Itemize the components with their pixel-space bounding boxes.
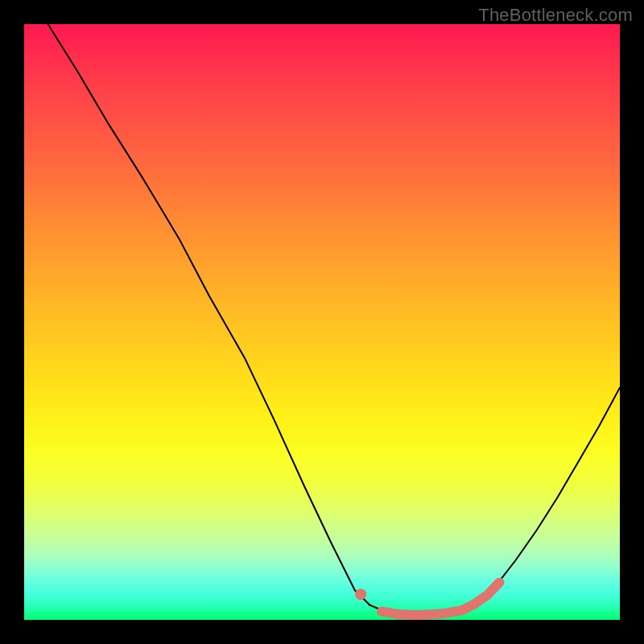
plot-area [24, 24, 620, 620]
chart-container: TheBottleneck.com [0, 0, 644, 644]
highlight-dot [355, 588, 366, 600]
watermark-text: TheBottleneck.com [478, 5, 633, 26]
highlight-flat [382, 605, 474, 615]
curve-left-branch [48, 24, 370, 605]
curve-right-branch [474, 387, 620, 605]
highlight-rise [474, 582, 500, 604]
curve-overlay [24, 24, 620, 620]
